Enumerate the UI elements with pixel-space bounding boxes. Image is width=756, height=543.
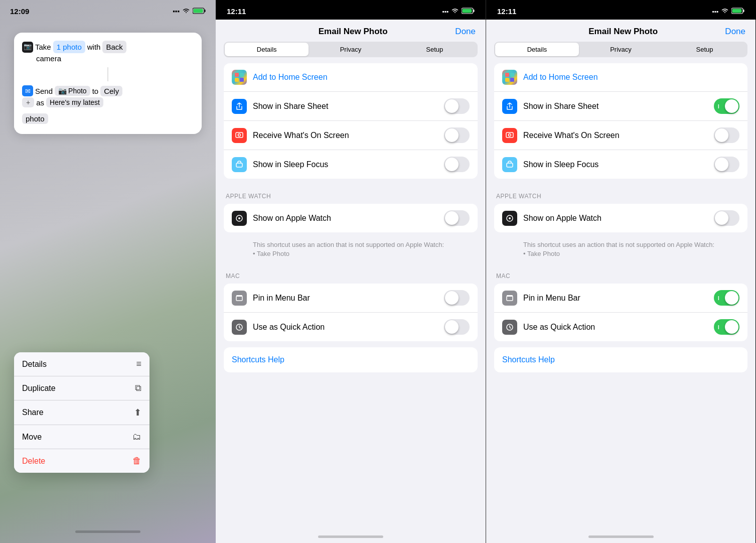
delete-icon: 🗑	[132, 456, 141, 466]
menu-bar-label-2: Pin in Menu Bar	[253, 294, 444, 303]
context-menu: Details ≡ Duplicate ⧉ Share ⬆ Move 🗂 Del…	[14, 352, 149, 473]
svg-rect-4	[474, 10, 475, 12]
apple-watch-toggle-2[interactable]	[444, 210, 470, 226]
svg-rect-10	[236, 132, 243, 138]
nav-done-2[interactable]: Done	[455, 27, 476, 37]
row-share-sheet-2[interactable]: Show in Share Sheet	[224, 92, 478, 121]
menu-bar-toggle-3[interactable]: I	[714, 290, 739, 306]
photo-count-chip[interactable]: 1 photo	[53, 41, 85, 53]
photo-chip[interactable]: 📷 Photo	[55, 86, 90, 96]
photo-chip-icon: 📷	[58, 87, 67, 95]
battery-icon-3	[731, 8, 744, 16]
sleep-label-3: Show in Sleep Focus	[523, 160, 714, 169]
panel-2-details-off: 12:11 ▪▪▪ Email New Photo Done Details P…	[216, 0, 486, 543]
quick-action-toggle-2[interactable]	[444, 319, 470, 335]
scroll-content-2: Add to Home Screen Show in Share Sheet R…	[216, 63, 486, 531]
context-item-share[interactable]: Share ⬆	[14, 400, 149, 425]
recipient-chip[interactable]: Cely	[100, 86, 122, 96]
action-row-4: photo	[22, 110, 194, 124]
apple-watch-label-3: Show on Apple Watch	[523, 214, 714, 223]
svg-rect-2	[194, 9, 203, 13]
row-share-sheet-3[interactable]: Show in Share Sheet I	[494, 92, 747, 121]
mac-header-3: MAC	[494, 264, 747, 284]
row-menu-bar-3[interactable]: Pin in Menu Bar I	[494, 284, 747, 313]
row-quick-action-2[interactable]: Use as Quick Action	[224, 313, 478, 341]
svg-rect-20	[732, 9, 742, 13]
take-label: Take	[35, 42, 51, 52]
context-item-delete[interactable]: Delete 🗑	[14, 449, 149, 473]
context-item-move[interactable]: Move 🗂	[14, 425, 149, 449]
mac-card-3: Pin in Menu Bar I Use as Quick Action I	[494, 284, 747, 341]
context-item-details[interactable]: Details ≡	[14, 352, 149, 376]
share-sheet-label-2: Show in Share Sheet	[253, 102, 444, 111]
status-icons-3: ▪▪▪	[712, 8, 744, 16]
row-screen-3[interactable]: Receive What's On Screen	[494, 121, 747, 150]
status-time-3: 12:11	[497, 7, 516, 16]
shortcuts-help-2[interactable]: Shortcuts Help	[224, 347, 478, 372]
svg-rect-16	[236, 295, 242, 297]
camera-type-chip[interactable]: Back	[102, 41, 126, 53]
quick-action-icon-3	[502, 320, 517, 335]
row-add-home-2[interactable]: Add to Home Screen	[224, 63, 478, 92]
nav-title-2: Email New Photo	[319, 27, 388, 37]
home-indicator-2	[318, 535, 383, 538]
wifi-icon-2	[451, 8, 459, 15]
action-row-3: + as Here's my latest	[22, 97, 194, 107]
svg-rect-30	[507, 296, 513, 301]
status-icons-2: ▪▪▪	[442, 8, 475, 16]
quick-action-toggle-3[interactable]: I	[714, 319, 739, 335]
row-apple-watch-3[interactable]: Show on Apple Watch	[494, 204, 747, 232]
tab-privacy-3[interactable]: Privacy	[579, 43, 663, 56]
screen-icon-3	[502, 128, 517, 143]
context-item-duplicate[interactable]: Duplicate ⧉	[14, 376, 149, 400]
signal-icon-3: ▪▪▪	[712, 8, 718, 15]
menu-bar-label-3: Pin in Menu Bar	[523, 294, 714, 303]
screen-icon-2	[232, 128, 247, 143]
row-sleep-3[interactable]: Show in Sleep Focus	[494, 150, 747, 179]
svg-rect-25	[506, 132, 513, 138]
svg-rect-1	[205, 10, 206, 12]
move-label: Move	[22, 433, 42, 442]
shortcuts-help-3[interactable]: Shortcuts Help	[494, 347, 747, 372]
watch-note-2: This shortcut uses an action that is not…	[224, 238, 478, 264]
svg-rect-19	[743, 10, 744, 12]
toggle-knob	[445, 158, 459, 171]
sleep-toggle-2[interactable]	[444, 157, 470, 172]
quick-action-label-3: Use as Quick Action	[523, 323, 714, 332]
tab-details-2[interactable]: Details	[225, 43, 309, 56]
svg-point-26	[509, 133, 511, 136]
tab-setup-3[interactable]: Setup	[663, 43, 746, 56]
nav-done-3[interactable]: Done	[725, 27, 745, 37]
screen-toggle-2[interactable]	[444, 127, 470, 143]
row-quick-action-3[interactable]: Use as Quick Action I	[494, 313, 747, 341]
quick-action-icon-2	[232, 320, 247, 335]
to-label: to	[92, 87, 99, 95]
apple-watch-toggle-3[interactable]	[714, 210, 739, 226]
with-label: with	[87, 42, 101, 52]
share-sheet-toggle-3[interactable]: I	[714, 98, 739, 114]
body-chip[interactable]: Here's my latest	[46, 97, 103, 107]
screen-toggle-3[interactable]	[714, 127, 739, 143]
row-screen-2[interactable]: Receive What's On Screen	[224, 121, 478, 150]
photo-text-chip[interactable]: photo	[22, 113, 48, 124]
mac-header-2: MAC	[224, 264, 478, 284]
share-sheet-toggle-2[interactable]	[444, 98, 470, 114]
menu-bar-toggle-2[interactable]	[444, 290, 470, 306]
tab-privacy-2[interactable]: Privacy	[309, 43, 392, 56]
wifi-icon-1	[182, 8, 190, 15]
toggle-knob	[445, 99, 459, 113]
row-sleep-2[interactable]: Show in Sleep Focus	[224, 150, 478, 179]
signal-icon-1: ▪▪▪	[173, 8, 180, 15]
tab-details-3[interactable]: Details	[495, 43, 579, 56]
delete-label: Delete	[22, 457, 45, 466]
row-apple-watch-2[interactable]: Show on Apple Watch	[224, 204, 478, 232]
toggle-knob	[725, 99, 738, 113]
apple-watch-icon-3	[502, 211, 517, 226]
plus-chip[interactable]: +	[22, 97, 34, 107]
segmented-control-3: Details Privacy Setup	[494, 42, 747, 57]
row-menu-bar-2[interactable]: Pin in Menu Bar	[224, 284, 478, 313]
sleep-toggle-3[interactable]	[714, 157, 739, 172]
photo-chip-label: Photo	[68, 87, 87, 95]
row-add-home-3[interactable]: Add to Home Screen	[494, 63, 747, 92]
tab-setup-2[interactable]: Setup	[393, 43, 477, 56]
